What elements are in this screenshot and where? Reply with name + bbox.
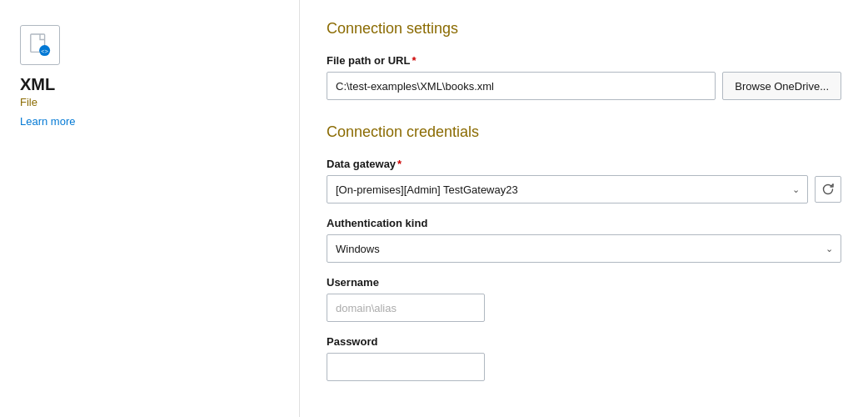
sidebar-subtitle: File <box>20 96 37 108</box>
data-gateway-row: [On-premises][Admin] TestGateway23 (None… <box>327 175 841 203</box>
xml-file-icon: <> <box>20 25 60 65</box>
data-gateway-select-wrapper: [On-premises][Admin] TestGateway23 (None… <box>327 175 808 203</box>
data-gateway-field: Data gateway* [On-premises][Admin] TestG… <box>327 158 841 203</box>
browse-onedrive-button[interactable]: Browse OneDrive... <box>722 72 841 100</box>
file-path-input-row: Browse OneDrive... <box>327 72 841 100</box>
file-path-input[interactable] <box>327 72 716 100</box>
refresh-icon <box>821 183 835 196</box>
username-label: Username <box>327 276 841 289</box>
auth-kind-field: Authentication kind Windows Basic Anonym… <box>327 217 841 263</box>
data-gateway-label: Data gateway* <box>327 158 841 170</box>
sidebar: <> XML File Learn more <box>0 0 300 417</box>
sidebar-title: XML <box>20 75 55 94</box>
credentials-section: Connection credentials Data gateway* [On… <box>327 123 841 381</box>
svg-text:<>: <> <box>41 48 48 55</box>
username-field: Username <box>327 276 841 322</box>
main-content: Connection settings File path or URL* Br… <box>300 0 868 417</box>
file-path-field: File path or URL* Browse OneDrive... <box>327 54 841 100</box>
learn-more-link[interactable]: Learn more <box>20 115 75 128</box>
auth-kind-select-wrapper: Windows Basic Anonymous ⌄ <box>327 234 841 263</box>
password-field: Password <box>327 335 841 381</box>
password-input[interactable] <box>327 353 485 381</box>
auth-kind-select[interactable]: Windows Basic Anonymous <box>327 234 841 263</box>
data-gateway-select[interactable]: [On-premises][Admin] TestGateway23 (None… <box>327 175 808 203</box>
refresh-gateway-button[interactable] <box>815 176 841 203</box>
username-input[interactable] <box>327 294 485 322</box>
password-label: Password <box>327 335 841 348</box>
file-path-label: File path or URL* <box>327 54 841 67</box>
data-gateway-required-marker: * <box>397 158 402 170</box>
connection-credentials-title: Connection credentials <box>327 123 841 141</box>
connection-settings-title: Connection settings <box>327 20 841 38</box>
auth-kind-label: Authentication kind <box>327 217 841 229</box>
required-marker: * <box>412 54 416 67</box>
